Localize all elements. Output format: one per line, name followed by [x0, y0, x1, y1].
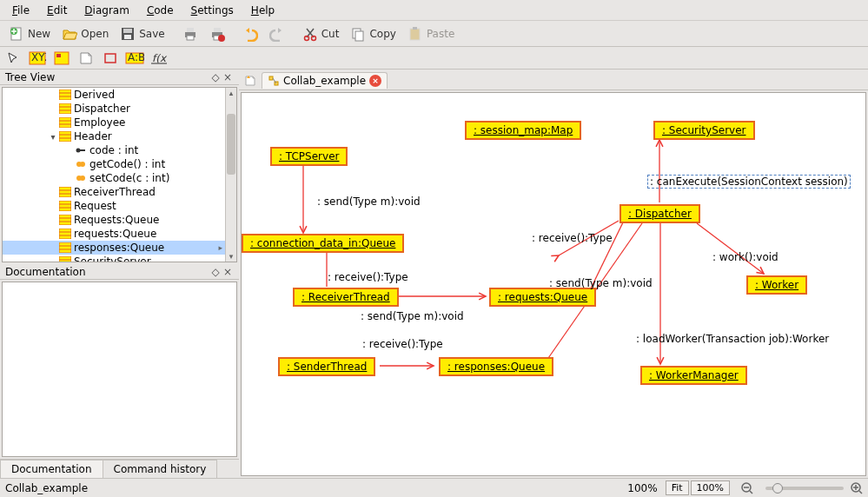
edge-label: : send(Type m):void	[549, 277, 653, 289]
form-tool[interactable]	[52, 49, 71, 68]
tree-item-label: Request	[72, 200, 116, 212]
tree-item[interactable]: Employee	[3, 116, 236, 129]
class-icon	[58, 200, 72, 212]
tree-item[interactable]: SecurityServer	[3, 255, 236, 262]
zoom-fit-button[interactable]: Fit	[666, 480, 689, 495]
uml-object-worker[interactable]: : Worker	[746, 275, 807, 295]
tree-item[interactable]: Requests:Queue	[3, 213, 236, 227]
pointer-tool[interactable]	[3, 49, 23, 68]
fx-tool[interactable]: f(x)	[149, 49, 169, 68]
svg-rect-63	[269, 76, 273, 80]
svg-rect-7	[187, 36, 194, 40]
rect-tool[interactable]	[101, 49, 120, 68]
undo-button[interactable]	[237, 23, 263, 44]
uml-object-responses[interactable]: : responses:Queue	[439, 357, 553, 376]
uml-object-receiver[interactable]: : ReceiverThread	[293, 288, 399, 307]
ab-tool[interactable]: A:B	[125, 49, 144, 68]
tree-item-label: requests:Queue	[72, 228, 156, 240]
tree-item[interactable]: requests:Queue	[3, 227, 236, 241]
scroll-up-icon[interactable]: ▴	[226, 89, 236, 97]
uml-object-security[interactable]: : SecurityServer	[653, 121, 755, 140]
print-button[interactable]	[177, 23, 203, 44]
tree-item[interactable]: responses:Queue▸	[3, 241, 236, 255]
tree-scrollbar[interactable]: ▴ ▾	[225, 88, 236, 262]
print-pdf-icon	[209, 26, 225, 42]
tree-panel-close-icon[interactable]: ×	[222, 71, 234, 83]
svg-rect-21	[56, 54, 61, 57]
svg-rect-48	[59, 201, 71, 211]
menu-help[interactable]: Help	[242, 3, 283, 18]
diagram-tab[interactable]: Collab_example ×	[262, 72, 388, 89]
zoom-100-button[interactable]: 100%	[691, 480, 730, 495]
uml-object-conn[interactable]: : connection_data_in:Queue	[242, 234, 404, 253]
paste-icon	[407, 26, 423, 42]
tab-close-icon[interactable]: ×	[369, 75, 381, 87]
status-bar: Collab_example 100% Fit 100%	[0, 478, 868, 497]
menu-diagram[interactable]: Diagram	[76, 3, 138, 18]
tree-item[interactable]: ▾Header	[3, 129, 236, 143]
zoom-slider-thumb[interactable]	[772, 483, 783, 494]
new-tab-button[interactable]	[241, 72, 260, 89]
tree-item[interactable]: ReceiverThread	[3, 185, 236, 199]
tree-item-label: Dispatcher	[72, 103, 130, 115]
uml-object-dispatcher[interactable]: : Dispatcher	[620, 204, 700, 223]
tree-item[interactable]: Dispatcher	[3, 102, 236, 116]
tree-panel-diamond-icon[interactable]: ◇	[209, 71, 222, 83]
attr-icon	[74, 144, 88, 156]
documentation-textarea[interactable]	[2, 282, 237, 457]
menu-code[interactable]: Code	[138, 3, 182, 18]
tree-item[interactable]: getCode() : int	[3, 157, 236, 171]
zoom-out-icon[interactable]	[741, 482, 753, 494]
tab-documentation[interactable]: Documentation	[0, 460, 103, 478]
class-icon	[58, 214, 72, 226]
diagram-canvas[interactable]: : TCPServer: session_map:Map: SecuritySe…	[241, 92, 866, 476]
new-button[interactable]: New	[3, 23, 56, 44]
menu-edit[interactable]: Edit	[38, 3, 76, 18]
xyz-tool[interactable]: XYZ	[28, 49, 47, 68]
menu-file[interactable]: File	[3, 3, 38, 18]
new-label: New	[28, 28, 50, 40]
svg-rect-51	[59, 215, 71, 225]
tree-expand-icon[interactable]: ▾	[48, 132, 58, 142]
cut-button[interactable]: Cut	[297, 23, 345, 44]
print-pdf-button[interactable]	[204, 23, 230, 44]
svg-rect-45	[59, 187, 71, 197]
zoom-in-icon[interactable]	[851, 482, 863, 494]
save-button[interactable]: Save	[115, 23, 169, 44]
note-tool[interactable]	[76, 49, 96, 68]
edge-label: : send(Type m):void	[361, 310, 464, 322]
paste-button[interactable]: Paste	[402, 23, 460, 44]
uml-object-tcp[interactable]: : TCPServer	[270, 147, 348, 166]
diagram-toolbar: XYZ A:B f(x)	[0, 47, 868, 70]
svg-rect-17	[413, 27, 417, 30]
save-icon	[120, 26, 136, 42]
class-icon	[58, 242, 72, 254]
tree-item-label: Employee	[72, 116, 125, 129]
scroll-down-icon[interactable]: ▾	[226, 252, 236, 261]
menu-settings[interactable]: Settings	[182, 3, 242, 18]
tree-view[interactable]: DerivedDispatcherEmployee▾Headercode : i…	[2, 87, 237, 262]
tree-item[interactable]: code : int	[3, 143, 236, 157]
tree-item[interactable]: setCode(c : int)	[3, 171, 236, 185]
doc-panel-diamond-icon[interactable]: ◇	[209, 266, 222, 278]
tab-command-history[interactable]: Command history	[103, 460, 218, 478]
doc-panel-close-icon[interactable]: ×	[222, 266, 234, 278]
svg-rect-36	[59, 131, 71, 142]
copy-label: Copy	[369, 28, 395, 40]
svg-rect-54	[59, 229, 71, 239]
copy-button[interactable]: Copy	[345, 23, 401, 44]
uml-object-sender[interactable]: : SenderThread	[278, 357, 375, 376]
zoom-slider[interactable]	[765, 487, 844, 490]
open-button[interactable]: Open	[56, 23, 114, 44]
svg-point-12	[304, 36, 308, 40]
edge-label: : receive():Type	[328, 271, 408, 283]
tree-item-label: ReceiverThread	[72, 186, 156, 198]
svg-rect-9	[214, 28, 221, 32]
uml-object-wmgr[interactable]: : WorkerManager	[640, 366, 747, 385]
scrollbar-thumb[interactable]	[227, 114, 235, 175]
redo-button[interactable]	[264, 23, 290, 44]
tree-item[interactable]: Request	[3, 199, 236, 213]
tree-item[interactable]: Derived	[3, 88, 236, 102]
uml-object-session[interactable]: : session_map:Map	[465, 121, 581, 140]
uml-object-requests[interactable]: : requests:Queue	[489, 288, 596, 307]
